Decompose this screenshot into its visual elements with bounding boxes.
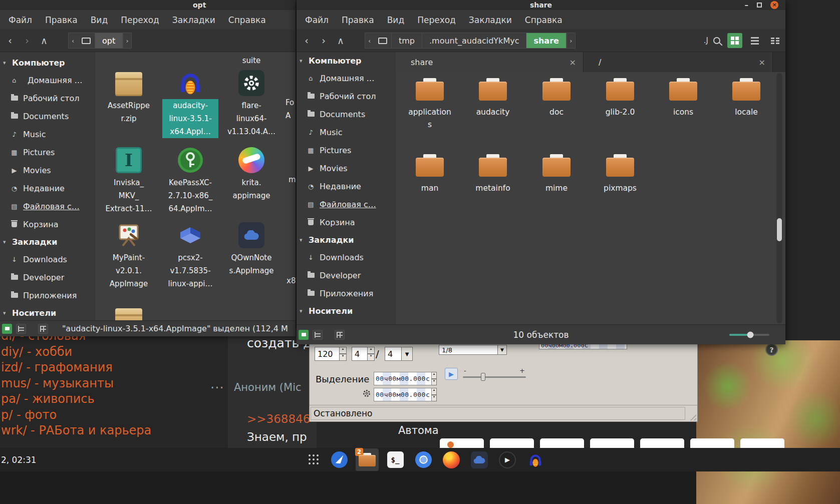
sidebar-item-music[interactable]: ♪Music <box>0 125 95 143</box>
side-pane-toggle[interactable] <box>2 324 12 334</box>
play-button[interactable]: ▶ <box>445 368 458 380</box>
sort-icon[interactable]: .J <box>704 36 708 45</box>
dropdown-arrow-icon[interactable]: ▼ <box>498 345 507 355</box>
selection-start-field[interactable]: 00ч00м00.000с ▴ ▾ <box>374 372 437 385</box>
folder-item[interactable]: doc <box>527 78 586 119</box>
spin-down-icon[interactable]: ▾ <box>432 379 437 386</box>
compact-view-button[interactable] <box>767 33 782 48</box>
sidebar-item-home[interactable]: ⌂Домашняя … <box>297 69 396 87</box>
spinner-arrows-icon[interactable]: ▴ ▾ <box>340 347 347 361</box>
tree-view-toggle[interactable] <box>16 324 26 334</box>
menu-item-edit[interactable]: Правка <box>39 13 84 28</box>
minimize-button[interactable]: – <box>745 3 749 8</box>
close-button[interactable]: × <box>770 1 778 9</box>
dropdown-arrow-icon[interactable]: ▼ <box>402 347 413 361</box>
board-link[interactable]: diy/ - хобби <box>1 345 226 361</box>
breadcrumb-mount[interactable]: .mount_audacidYkMyc <box>422 33 526 49</box>
search-icon[interactable] <box>713 37 720 44</box>
spin-up-icon[interactable]: ▴ <box>340 347 347 354</box>
spinner-arrows-icon[interactable]: ▴ ▾ <box>432 388 437 401</box>
menu-item-file[interactable]: Файл <box>299 13 335 28</box>
menu-item-help[interactable]: Справка <box>222 13 272 28</box>
sidebar-section-computer[interactable]: ▾ Компьютер <box>0 54 95 71</box>
board-link[interactable]: pa/ - живопись <box>1 392 226 408</box>
taskbar-app-blue[interactable] <box>328 448 351 471</box>
sidebar-item-trash[interactable]: Корзина <box>297 213 396 231</box>
breadcrumb-current[interactable]: share <box>526 33 566 49</box>
sidebar-item-desktop[interactable]: Рабочий стол <box>297 87 396 105</box>
spinner-arrows-icon[interactable]: ▴ ▾ <box>368 347 375 361</box>
spinner-arrows-icon[interactable]: ▴ ▾ <box>432 372 437 385</box>
spin-down-icon[interactable]: ▾ <box>432 395 437 402</box>
board-link[interactable]: izd/ - графомания <box>1 360 226 376</box>
file-item[interactable]: QOwnNote s.AppImage <box>223 216 279 277</box>
spin-down-icon[interactable]: ▾ <box>340 354 347 361</box>
tab-close-icon[interactable]: × <box>759 58 765 67</box>
file-item[interactable]: I Inviska_ MKV_ Extract-11… <box>101 141 157 215</box>
time-value[interactable]: 00ч00м00.000с <box>374 372 432 385</box>
taskbar-app-firefox[interactable] <box>440 448 463 471</box>
menu-item-edit[interactable]: Правка <box>335 13 381 28</box>
sidebar-item-recent[interactable]: ◔Недавние <box>297 177 396 195</box>
file-item[interactable]: KeePassXC- 2.7.10-x86_ 64.AppIm… <box>162 141 218 215</box>
folder-item[interactable]: man <box>401 154 459 195</box>
forward-button[interactable]: › <box>317 34 331 48</box>
sidebar-item-developer[interactable]: Developer <box>0 268 95 286</box>
back-button[interactable]: ‹ <box>300 34 314 48</box>
sidebar-item-home[interactable]: ⌂Домашняя … <box>0 71 95 89</box>
sidebar-section-bookmarks[interactable]: ▾ Закладки <box>0 233 95 250</box>
file-item[interactable]: AssetRippe r.zip <box>101 64 157 125</box>
sidebar-item-recent[interactable]: ◔Недавние <box>0 179 95 197</box>
file-item[interactable]: pcsx2- v1.7.5835- linux-appi… <box>162 216 218 290</box>
taskbar-app-chromium[interactable] <box>412 448 435 471</box>
folder-item[interactable]: metainfo <box>464 154 522 195</box>
menu-item-view[interactable]: Вид <box>381 13 411 28</box>
zoom-slider-thumb[interactable] <box>747 331 753 338</box>
taskbar-app-file-manager[interactable]: 2 <box>356 448 379 471</box>
resize-grip[interactable] <box>688 412 696 420</box>
taskbar-app-cloud-notes[interactable] <box>468 448 491 471</box>
zoom-slider[interactable] <box>729 334 769 336</box>
up-button[interactable]: ∧ <box>334 34 348 48</box>
breadcrumb-tmp[interactable]: tmp <box>392 33 422 49</box>
folder-item[interactable]: icons <box>654 78 712 119</box>
beats-upper-value[interactable]: 4 <box>352 347 368 361</box>
sidebar-item-desktop[interactable]: Рабочий стол <box>0 89 95 107</box>
breadcrumb-current[interactable]: opt <box>95 33 123 49</box>
root-crumb-button[interactable] <box>374 33 392 49</box>
tab-close-icon[interactable]: × <box>570 58 576 67</box>
gear-icon[interactable] <box>362 389 371 398</box>
beats-lower-value[interactable]: 4 <box>385 347 402 361</box>
menu-item-file[interactable]: Файл <box>2 13 39 28</box>
breadcrumb-scroll-right[interactable]: › <box>123 33 132 49</box>
sidebar-item-trash[interactable]: Корзина <box>0 215 95 233</box>
list-view-button[interactable] <box>747 33 762 48</box>
sidebar-item-documents[interactable]: Documents <box>0 107 95 125</box>
tempo-spinner[interactable]: 120 ▴ ▾ <box>315 347 347 361</box>
tab-share[interactable]: share × <box>396 52 584 72</box>
help-button[interactable]: ? <box>765 343 778 356</box>
spin-up-icon[interactable]: ▴ <box>368 347 375 354</box>
snap-value[interactable]: 1/8 <box>439 345 498 355</box>
up-button[interactable]: ∧ <box>37 34 51 48</box>
menu-item-go[interactable]: Переход <box>114 13 166 28</box>
spin-down-icon[interactable]: ▾ <box>368 354 375 361</box>
playback-speed-slider[interactable]: - + <box>463 368 526 383</box>
file-item-partial[interactable] <box>101 300 157 320</box>
file-item-selected[interactable]: audacity- linux-3.5.1- x64.AppI… <box>162 64 218 138</box>
sidebar-item-downloads[interactable]: ↓Downloads <box>297 248 396 266</box>
folder-item[interactable]: glib-2.0 <box>591 78 649 119</box>
menu-item-help[interactable]: Справка <box>518 13 569 28</box>
titlebar[interactable]: share – × <box>297 0 785 10</box>
root-crumb-button[interactable] <box>77 33 95 49</box>
folder-item[interactable]: audacity <box>464 78 522 119</box>
thread-reply-ref[interactable]: >>368846 <box>247 412 310 425</box>
taskbar-app-media-player[interactable]: ▶ <box>496 448 519 471</box>
spin-up-icon[interactable]: ▴ <box>432 372 437 379</box>
forward-button[interactable]: › <box>20 34 34 48</box>
sidebar-item-downloads[interactable]: ↓Downloads <box>0 250 95 268</box>
file-item[interactable]: krita. appimage <box>223 141 279 202</box>
beats-upper-spinner[interactable]: 4 ▴ ▾ <box>352 347 375 361</box>
sidebar-item-movies[interactable]: ▶Movies <box>0 161 95 179</box>
file-view[interactable]: application s audacity doc glib-2.0 icon… <box>396 72 785 324</box>
